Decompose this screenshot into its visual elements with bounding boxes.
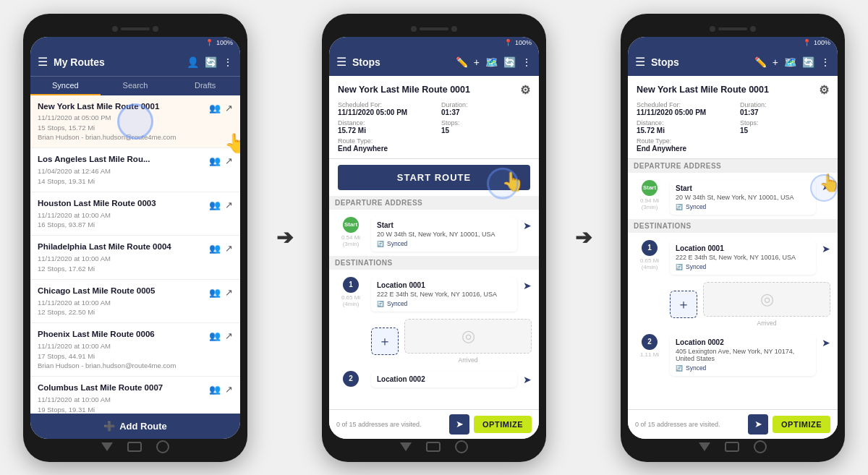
optimize-button-2[interactable]: OPTIMIZE (474, 416, 532, 433)
back-button-3[interactable] (699, 442, 710, 451)
share-icon-4[interactable]: 👥 (209, 243, 221, 254)
tab-synced[interactable]: Synced (30, 77, 101, 95)
route-type-label-3: Route Type: End Anywhere (637, 137, 829, 153)
battery-pct-3: 100% (814, 39, 830, 46)
stop-loc1-2: 1 0.65 Mi(4min) Location 0001 222 E 34th… (336, 273, 532, 316)
stop-name-loc2-3: Location 0002 (676, 338, 810, 346)
route-item-6[interactable]: Phoenix Last Mile Route 0006 11/11/2020 … (30, 323, 240, 377)
add-user-icon[interactable]: 👤 (187, 56, 199, 68)
nav-icon-start-3[interactable]: ➤ (822, 178, 830, 192)
share-icon-7[interactable]: 👥 (209, 384, 221, 395)
route-item-5[interactable]: Chicago Last Mile Route 0005 11/11/2020 … (30, 280, 240, 324)
more-icon-3[interactable]: ⋮ (820, 56, 830, 68)
share-icon-5[interactable]: 👥 (209, 287, 221, 298)
stop-content-loc1-3: Location 0001 222 E 34th St, New York, N… (670, 240, 816, 275)
map-icon-3[interactable]: 🗺️ (784, 56, 796, 68)
stop-left-start-2: Start 0.54 Mi(3min) (336, 217, 365, 248)
navigate-button-3[interactable]: ➤ (748, 414, 768, 435)
menu-icon-3[interactable]: ☰ (635, 55, 645, 69)
route-meta-4: 11/11/2020 at 10:00 AM12 Stops, 17.62 Mi (38, 254, 205, 273)
add-stop-button-3[interactable]: ＋ (670, 291, 697, 318)
start-route-button[interactable]: START ROUTE (338, 165, 530, 190)
battery-pct-2: 100% (515, 39, 532, 46)
more-icon[interactable]: ⋮ (223, 56, 233, 68)
arrow-2: ➔ (575, 226, 592, 249)
stop-content-start-3: Start 20 W 34th St, New York, NY 10001, … (670, 180, 816, 215)
sync-icon-2[interactable]: 🔄 (503, 56, 516, 68)
route-info-7: Columbus Last Mile Route 0007 11/11/2020… (38, 382, 205, 413)
menu-icon[interactable]: ☰ (38, 55, 48, 69)
share-icon-2[interactable]: 👥 (209, 155, 221, 166)
route-header-2: New York Last Mile Route 0001 ⚙ Schedule… (329, 76, 539, 159)
visited-text-3: 0 of 15 addresses are visited. (635, 421, 720, 428)
settings-icon-2[interactable]: ⚙ (520, 83, 530, 97)
home-button-3[interactable] (725, 442, 739, 452)
route-actions-2: 👥 ↗ (209, 154, 233, 166)
nav-icon-start-2[interactable]: ➤ (523, 217, 532, 231)
route-actions-7: 👥 ↗ (209, 382, 233, 395)
export-icon-5[interactable]: ↗ (225, 287, 233, 298)
recent-button-2[interactable] (455, 440, 468, 453)
nav-icon-loc1-2[interactable]: ➤ (523, 277, 532, 291)
recent-button-3[interactable] (754, 440, 767, 453)
edit-icon-3[interactable]: ✏️ (754, 56, 767, 68)
stop-content-loc2-2: Location 0002 (371, 371, 517, 388)
arrived-label-2: Arrived (404, 356, 532, 364)
stop-connector-loc2-3: 1.11 Mi (640, 351, 659, 359)
stop-left-loc1-2: 1 0.65 Mi(4min) (336, 277, 365, 308)
export-icon-2[interactable]: ↗ (225, 155, 233, 166)
navigate-button-2[interactable]: ➤ (449, 414, 469, 435)
route-item-2[interactable]: Los Angeles Last Mile Rou... 11/04/2020 … (30, 148, 240, 192)
home-button-1[interactable] (127, 442, 142, 452)
export-icon-7[interactable]: ↗ (225, 384, 233, 395)
stop-badge-loc2-3: 2 (642, 334, 658, 350)
share-icon-3[interactable]: 👥 (209, 200, 221, 210)
arrow-1: ➔ (276, 226, 293, 249)
optimize-button-3[interactable]: OPTIMIZE (773, 416, 830, 433)
sync-icon-loc2-3 (676, 364, 683, 372)
recent-button-1[interactable] (156, 440, 169, 453)
sync-label-loc1-2: Synced (387, 300, 407, 307)
stop-content-start-2: Start 20 W 34th St, New York, NY 10001, … (371, 217, 517, 252)
map-icon-2[interactable]: 🗺️ (485, 56, 498, 68)
settings-icon-3[interactable]: ⚙ (819, 83, 829, 97)
route-title-row-3: New York Last Mile Route 0001 ⚙ (637, 83, 829, 97)
arrived-container-2: ◎ Arrived (404, 319, 532, 364)
route-actions-3: 👥 ↗ (209, 198, 233, 210)
tab-drafts[interactable]: Drafts (170, 77, 240, 95)
sync-icon[interactable]: 🔄 (205, 56, 217, 68)
route-item-3[interactable]: Houston Last Mile Route 0003 11/11/2020 … (30, 192, 240, 236)
status-bar-3: 📍 100% (628, 37, 838, 48)
stop-content-loc1-2: Location 0001 222 E 34th St, New York, N… (371, 277, 517, 312)
add-stop-button-2[interactable]: ＋ (371, 328, 399, 355)
home-button-2[interactable] (426, 442, 441, 452)
menu-icon-2[interactable]: ☰ (336, 55, 346, 69)
edit-icon-2[interactable]: ✏️ (456, 56, 468, 68)
more-icon-2[interactable]: ⋮ (522, 56, 532, 68)
route-actions-6: 👥 ↗ (209, 329, 233, 341)
nav-icon-loc2-2[interactable]: ➤ (523, 371, 532, 385)
nav-icon-loc1-3[interactable]: ➤ (822, 240, 830, 254)
add-icon-3[interactable]: + (773, 56, 778, 68)
arrived-placeholder-3: ◎ (703, 282, 830, 317)
back-button-2[interactable] (400, 442, 412, 451)
add-icon-2[interactable]: + (474, 56, 480, 68)
export-icon-6[interactable]: ↗ (225, 330, 233, 341)
route-item-1[interactable]: New York Last Mile Route 0001 11/11/2020… (30, 95, 240, 149)
tab-search[interactable]: Search (101, 77, 171, 95)
export-icon-3[interactable]: ↗ (225, 200, 233, 210)
route-item-7[interactable]: Columbus Last Mile Route 0007 11/11/2020… (30, 377, 240, 413)
back-button-1[interactable] (101, 442, 113, 451)
speaker-bar-2 (420, 27, 448, 30)
export-icon-4[interactable]: ↗ (225, 243, 233, 254)
export-icon-1[interactable]: ↗ (225, 103, 233, 114)
add-route-label: Add Route (119, 421, 167, 432)
share-icon-6[interactable]: 👥 (209, 330, 221, 341)
route-actions-4: 👥 ↗ (209, 241, 233, 254)
sync-icon-3[interactable]: 🔄 (802, 56, 814, 68)
route-item-4[interactable]: Philadelphia Last Mile Route 0004 11/11/… (30, 236, 240, 280)
sync-icon-loc1-2 (377, 300, 384, 307)
nav-icon-loc2-3[interactable]: ➤ (822, 334, 830, 348)
add-route-button[interactable]: ➕ Add Route (30, 414, 240, 439)
share-icon-1[interactable]: 👥 (209, 103, 221, 114)
